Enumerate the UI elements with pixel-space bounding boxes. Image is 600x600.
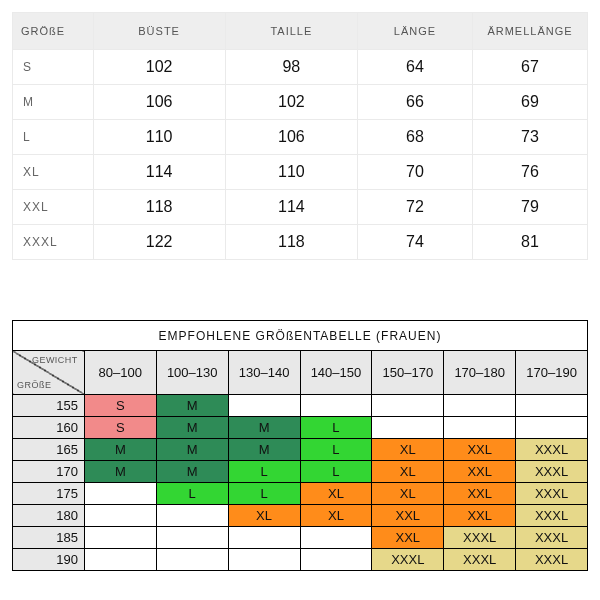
size-cell [372, 417, 444, 439]
height-row-header: 180 [13, 505, 85, 527]
size-cell: M [228, 439, 300, 461]
size-cell: L [228, 483, 300, 505]
size-cell: XXL [444, 505, 516, 527]
sleeve-cell: 76 [473, 155, 588, 190]
size-cell: XL [372, 483, 444, 505]
length-cell: 68 [358, 120, 473, 155]
col-bust: BÜSTE [93, 13, 225, 50]
size-cell [84, 549, 156, 571]
weight-col: 140–150 [300, 351, 372, 395]
table-title-row: EMPFOHLENE GRÖßENTABELLE (FRAUEN) [13, 321, 588, 351]
size-cell: XXL [444, 461, 516, 483]
height-row-header: 170 [13, 461, 85, 483]
size-cell [156, 505, 228, 527]
table-row: 180XLXLXXLXXLXXXL [13, 505, 588, 527]
size-cell [84, 483, 156, 505]
table-row: M1061026669 [13, 85, 588, 120]
length-cell: 64 [358, 50, 473, 85]
table-row: 190XXXLXXXLXXXL [13, 549, 588, 571]
waist-cell: 106 [225, 120, 357, 155]
sleeve-cell: 81 [473, 225, 588, 260]
diag-weight-label: GEWICHT [32, 355, 78, 365]
size-cell: L [300, 461, 372, 483]
table-row: 160SMML [13, 417, 588, 439]
measurements-table: GRÖßE BÜSTE TAILLE LÄNGE ÄRMELLÄNGE S102… [12, 12, 588, 260]
table-row: 165MMMLXLXXLXXXL [13, 439, 588, 461]
diag-size-label: GRÖßE [17, 380, 52, 390]
sleeve-cell: 79 [473, 190, 588, 225]
size-cell [372, 395, 444, 417]
table-row: 155SM [13, 395, 588, 417]
size-cell: L [300, 417, 372, 439]
size-cell: XXL [444, 483, 516, 505]
size-cell: XXXL [444, 527, 516, 549]
size-cell: XL [300, 483, 372, 505]
size-cell [516, 395, 588, 417]
col-size: GRÖßE [13, 13, 94, 50]
table-row: XL1141107076 [13, 155, 588, 190]
size-cell: L [228, 461, 300, 483]
length-cell: 66 [358, 85, 473, 120]
table-row: XXXL1221187481 [13, 225, 588, 260]
size-cell: XXXL [372, 549, 444, 571]
size-cell: XXXL [516, 439, 588, 461]
height-row-header: 185 [13, 527, 85, 549]
size-cell [300, 549, 372, 571]
waist-cell: 118 [225, 225, 357, 260]
table-row: 170MMLLXLXXLXXXL [13, 461, 588, 483]
sleeve-cell: 69 [473, 85, 588, 120]
length-cell: 70 [358, 155, 473, 190]
size-cell: XL [13, 155, 94, 190]
size-cell: M [84, 461, 156, 483]
size-cell: XXXL [516, 505, 588, 527]
length-cell: 74 [358, 225, 473, 260]
size-cell: XXXL [516, 549, 588, 571]
col-sleeve: ÄRMELLÄNGE [473, 13, 588, 50]
table-header-row: GRÖßE BÜSTE TAILLE LÄNGE ÄRMELLÄNGE [13, 13, 588, 50]
size-cell: XXL [372, 527, 444, 549]
size-cell: XL [228, 505, 300, 527]
table-row: XXL1181147279 [13, 190, 588, 225]
size-cell: XXXL [13, 225, 94, 260]
weight-col: 130–140 [228, 351, 300, 395]
size-cell: XXL [372, 505, 444, 527]
size-cell [444, 417, 516, 439]
table-row: L1101066873 [13, 120, 588, 155]
table-row: S102986467 [13, 50, 588, 85]
size-cell: XL [372, 439, 444, 461]
waist-cell: 110 [225, 155, 357, 190]
size-cell: M [84, 439, 156, 461]
weight-col: 150–170 [372, 351, 444, 395]
bust-cell: 106 [93, 85, 225, 120]
bust-cell: 118 [93, 190, 225, 225]
weight-header-row: GEWICHT GRÖßE 80–100 100–130 130–140 140… [13, 351, 588, 395]
col-length: LÄNGE [358, 13, 473, 50]
weight-col: 80–100 [84, 351, 156, 395]
size-cell [228, 549, 300, 571]
length-cell: 72 [358, 190, 473, 225]
table-title: EMPFOHLENE GRÖßENTABELLE (FRAUEN) [13, 321, 588, 351]
size-cell [156, 527, 228, 549]
weight-col: 100–130 [156, 351, 228, 395]
height-row-header: 190 [13, 549, 85, 571]
diag-header: GEWICHT GRÖßE [13, 351, 85, 395]
size-cell: L [13, 120, 94, 155]
height-row-header: 165 [13, 439, 85, 461]
size-cell: L [300, 439, 372, 461]
waist-cell: 98 [225, 50, 357, 85]
size-cell [300, 395, 372, 417]
col-waist: TAILLE [225, 13, 357, 50]
size-cell [228, 527, 300, 549]
size-cell [228, 395, 300, 417]
size-cell: XXL [444, 439, 516, 461]
size-cell [300, 527, 372, 549]
size-cell [516, 417, 588, 439]
size-cell [84, 505, 156, 527]
bust-cell: 102 [93, 50, 225, 85]
size-cell: M [228, 417, 300, 439]
size-cell: XXXL [516, 483, 588, 505]
size-cell: M [156, 461, 228, 483]
recommended-size-table: EMPFOHLENE GRÖßENTABELLE (FRAUEN) GEWICH… [12, 320, 588, 571]
weight-col: 170–180 [444, 351, 516, 395]
size-cell: L [156, 483, 228, 505]
